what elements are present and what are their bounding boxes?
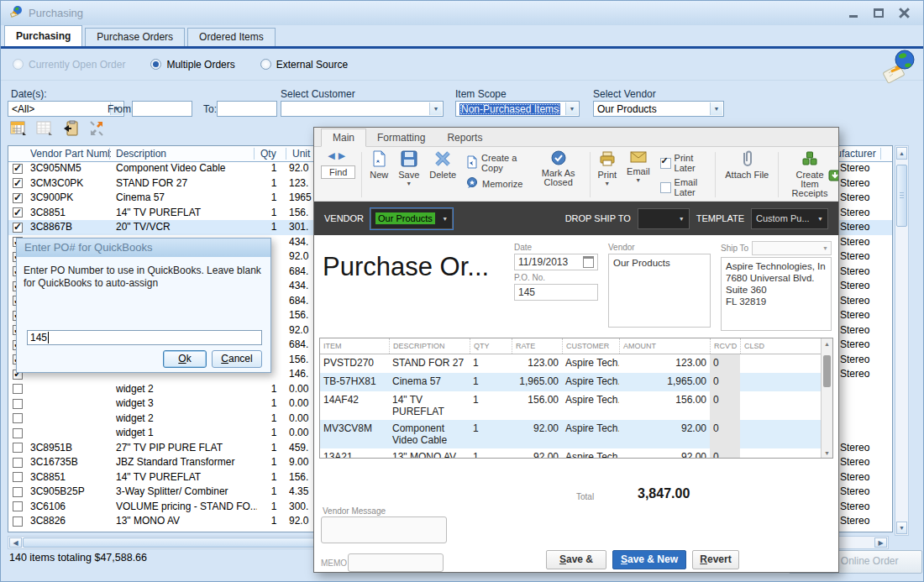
row-checkbox[interactable] bbox=[13, 516, 23, 527]
find-button[interactable]: ◀▶ Find bbox=[318, 149, 359, 201]
qb-table-row[interactable]: PVSTD270 STAND FOR 27 1 123.00 Aspire Te… bbox=[320, 354, 822, 373]
source-radio[interactable]: Multiple Orders bbox=[150, 59, 234, 71]
qb-table-row[interactable]: TB-57HX81 Cinema 57 1 1,965.00 Aspire Te… bbox=[320, 373, 822, 391]
create-copy-button[interactable]: Create a Copy bbox=[466, 153, 525, 173]
vendor-combo[interactable]: Our Products▼ bbox=[593, 101, 724, 117]
calendar-icon[interactable] bbox=[583, 256, 594, 268]
row-checkbox[interactable] bbox=[13, 399, 23, 409]
qb-col-amount[interactable]: AMOUNT bbox=[619, 338, 710, 354]
template-combo[interactable]: Custom Pu... ▼ bbox=[751, 208, 828, 229]
to-date-input[interactable] bbox=[217, 101, 277, 117]
scroll-left-icon[interactable]: ◀ bbox=[9, 537, 22, 548]
scroll-down-icon[interactable]: ▼ bbox=[822, 450, 832, 456]
col-desc-header[interactable]: Description bbox=[116, 148, 250, 160]
row-checkbox[interactable] bbox=[13, 472, 23, 482]
qb-tab[interactable]: Main bbox=[321, 128, 366, 147]
qb-tab[interactable]: Formatting bbox=[366, 129, 436, 146]
row-checkbox[interactable] bbox=[13, 384, 23, 394]
qb-scroll-thumb[interactable] bbox=[823, 355, 831, 387]
row-checkbox[interactable] bbox=[13, 501, 23, 511]
po-no-label: P.O. No. bbox=[514, 273, 598, 282]
qb-col-item[interactable]: ITEM bbox=[320, 338, 389, 354]
memo-input[interactable] bbox=[348, 553, 444, 572]
back-arrow-icon[interactable]: ◀ bbox=[328, 150, 338, 160]
column-grid-icon[interactable] bbox=[9, 119, 28, 137]
revert-button[interactable]: Revert bbox=[692, 550, 739, 569]
vendor-message-input[interactable] bbox=[321, 516, 447, 543]
qb-table-row[interactable]: 13A21 13" MONO AV 1 92.00 Aspire Tech...… bbox=[320, 448, 822, 459]
row-checkbox[interactable] bbox=[13, 193, 23, 203]
qb-table-scrollbar[interactable]: ▲ ▼ bbox=[821, 338, 832, 458]
source-radio[interactable]: Currently Open Order bbox=[13, 59, 125, 71]
save-and-new-button[interactable]: Save & New bbox=[612, 550, 686, 569]
email-button[interactable]: Email ▼ bbox=[622, 149, 655, 201]
po-no-input[interactable]: 145 bbox=[514, 284, 598, 301]
qb-col-qty[interactable]: QTY bbox=[470, 338, 512, 354]
drop-ship-combo[interactable]: ▼ bbox=[638, 208, 690, 229]
row-checkbox[interactable] bbox=[13, 458, 23, 468]
find-label[interactable]: Find bbox=[321, 165, 355, 179]
qb-table-row[interactable]: 14AF42 14" TV PUREFLAT 1 156.00 Aspire T… bbox=[320, 391, 822, 420]
qb-col-desc[interactable]: DESCRIPTION bbox=[389, 338, 470, 354]
vertical-scroll-thumb[interactable] bbox=[896, 165, 907, 227]
scroll-up-icon[interactable]: ▲ bbox=[896, 147, 907, 160]
delete-button[interactable]: Delete bbox=[424, 149, 461, 201]
qb-tab[interactable]: Reports bbox=[436, 129, 493, 146]
row-checkbox[interactable] bbox=[13, 207, 23, 218]
maximize-icon[interactable] bbox=[873, 8, 885, 18]
cancel-button[interactable]: Cancel bbox=[212, 350, 262, 368]
chevron-down-icon[interactable]: ▼ bbox=[635, 178, 641, 183]
grid-fade-icon[interactable] bbox=[35, 119, 54, 137]
minimize-icon[interactable] bbox=[848, 8, 859, 18]
ok-button[interactable]: Ok bbox=[163, 350, 207, 368]
print-button[interactable]: Print ▼ bbox=[592, 149, 622, 201]
chevron-down-icon[interactable]: ▼ bbox=[406, 181, 412, 186]
item-scope-combo[interactable]: Non-Purchased Items▼ bbox=[455, 101, 580, 117]
qb-col-clsd[interactable]: CLSD bbox=[740, 338, 822, 354]
app-tab[interactable]: Purchasing bbox=[4, 25, 82, 46]
close-icon[interactable] bbox=[898, 8, 910, 18]
mark-as-closed-button[interactable]: Mark As Closed bbox=[530, 149, 587, 201]
date-input[interactable]: 11/19/2013 bbox=[514, 254, 598, 270]
shrink-fit-icon[interactable] bbox=[87, 119, 106, 137]
new-button[interactable]: New bbox=[365, 149, 393, 201]
qb-col-customer[interactable]: CUSTOMER bbox=[562, 338, 619, 354]
source-radio[interactable]: External Source bbox=[260, 59, 348, 71]
clipboard-export-icon[interactable] bbox=[61, 119, 80, 137]
row-checkbox[interactable] bbox=[13, 413, 23, 423]
attach-file-button[interactable]: Attach File bbox=[718, 149, 775, 201]
row-checkbox[interactable] bbox=[13, 164, 23, 174]
app-tab[interactable]: Ordered Items bbox=[187, 28, 276, 46]
scroll-right-icon[interactable]: ▶ bbox=[874, 537, 887, 548]
save-and-close-button[interactable]: Save & Close bbox=[546, 550, 606, 569]
from-date-input[interactable] bbox=[132, 101, 192, 117]
ship-to-combo[interactable]: ▼ bbox=[752, 241, 832, 255]
email-later-checkbox[interactable]: Email Later bbox=[660, 177, 708, 197]
save-button[interactable]: Save ▼ bbox=[393, 149, 424, 201]
row-checkbox[interactable] bbox=[13, 443, 23, 453]
chevron-down-icon[interactable]: ▼ bbox=[604, 181, 610, 186]
po-number-input[interactable]: 145 bbox=[27, 330, 262, 345]
customer-combo[interactable]: ▼ bbox=[281, 101, 444, 117]
ship-to-address-box[interactable]: Aspire Technologies, In7680 Universal Bl… bbox=[721, 257, 832, 331]
print-later-checkbox[interactable]: Print Later bbox=[660, 153, 708, 173]
app-tab[interactable]: Purchase Orders bbox=[85, 28, 185, 46]
vertical-scrollbar[interactable]: ▲ ▼ bbox=[895, 145, 909, 536]
clipped-receive-icon[interactable] bbox=[827, 167, 839, 186]
row-checkbox[interactable] bbox=[13, 487, 23, 497]
row-checkbox[interactable] bbox=[13, 223, 23, 233]
col-part-header[interactable]: Vendor Part Number bbox=[30, 148, 111, 160]
row-checkbox[interactable] bbox=[13, 428, 23, 438]
qb-col-rate[interactable]: RATE bbox=[512, 338, 562, 354]
row-checkbox[interactable] bbox=[13, 178, 23, 188]
qb-col-rcvd[interactable]: RCV'D bbox=[710, 338, 740, 354]
memorize-button[interactable]: Memorize bbox=[466, 177, 525, 191]
col-qty-header[interactable]: Qty bbox=[260, 148, 286, 160]
vendor-address-box[interactable]: Our Products bbox=[608, 254, 711, 328]
online-order-globe-icon[interactable] bbox=[878, 46, 918, 85]
scroll-down-icon[interactable]: ▼ bbox=[896, 522, 907, 534]
qb-table-row[interactable]: MV3CV8M Component Video Cable 1 92.00 As… bbox=[320, 420, 822, 448]
forward-arrow-icon[interactable]: ▶ bbox=[339, 150, 349, 160]
scroll-up-icon[interactable]: ▲ bbox=[822, 341, 832, 347]
qb-vendor-combo[interactable]: Our Products ▼ bbox=[370, 208, 453, 229]
